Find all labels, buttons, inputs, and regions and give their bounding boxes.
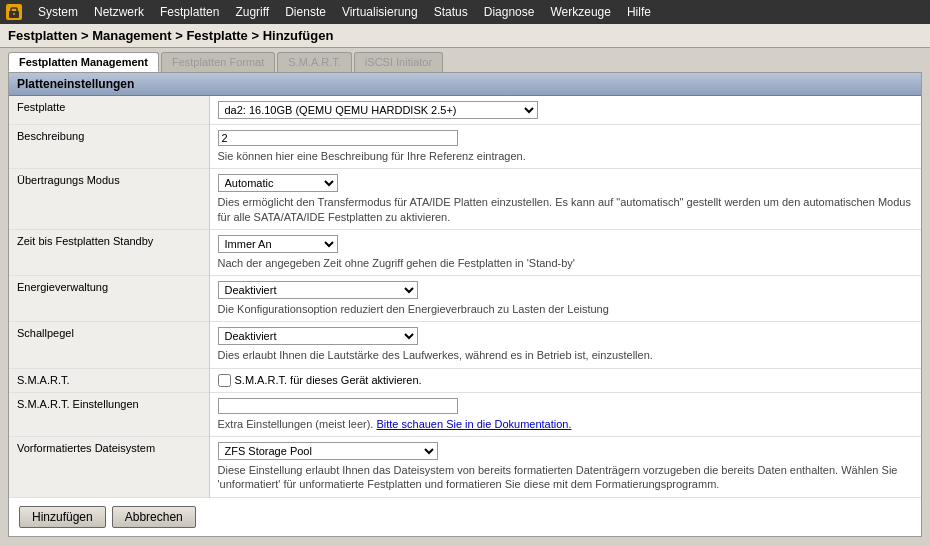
value-beschreibung: Sie können hier eine Beschreibung für Ih… — [209, 125, 921, 169]
settings-table: Festplatte da2: 16.10GB (QEMU QEMU HARDD… — [9, 96, 921, 498]
hint-smart-einstellungen: Extra Einstellungen (meist leer). Bitte … — [218, 417, 914, 431]
label-standby: Zeit bis Festplatten Standby — [9, 229, 209, 275]
hint-standby: Nach der angegeben Zeit ohne Zugriff geh… — [218, 256, 914, 270]
menu-status[interactable]: Status — [426, 3, 476, 21]
section-header: Platteneinstellungen — [9, 73, 921, 96]
label-smart: S.M.A.R.T. — [9, 368, 209, 392]
row-standby: Zeit bis Festplatten Standby Immer An Na… — [9, 229, 921, 275]
svg-point-3 — [13, 13, 15, 15]
menu-dienste[interactable]: Dienste — [277, 3, 334, 21]
label-energieverwaltung: Energieverwaltung — [9, 276, 209, 322]
checkbox-smart[interactable] — [218, 374, 231, 387]
menubar: System Netzwerk Festplatten Zugriff Dien… — [0, 0, 930, 24]
smart-checkbox-label: S.M.A.R.T. für dieses Gerät aktivieren. — [218, 374, 914, 387]
app-logo — [4, 3, 24, 21]
select-energieverwaltung[interactable]: Deaktiviert — [218, 281, 418, 299]
value-standby: Immer An Nach der angegeben Zeit ohne Zu… — [209, 229, 921, 275]
label-schallpegel: Schallpegel — [9, 322, 209, 368]
add-button[interactable]: Hinzufügen — [19, 506, 106, 528]
link-smart-dokumentation[interactable]: Bitte schauen Sie in die Dokumentation. — [376, 418, 571, 430]
hint-uebertragungsmodus: Dies ermöglicht den Transfermodus für AT… — [218, 195, 914, 224]
label-festplatte: Festplatte — [9, 96, 209, 125]
value-festplatte: da2: 16.10GB (QEMU QEMU HARDDISK 2.5+) — [209, 96, 921, 125]
row-schallpegel: Schallpegel Deaktiviert Dies erlaubt Ihn… — [9, 322, 921, 368]
menu-system[interactable]: System — [30, 3, 86, 21]
select-schallpegel[interactable]: Deaktiviert — [218, 327, 418, 345]
button-bar: Hinzufügen Abbrechen — [9, 498, 921, 536]
menu-werkzeuge[interactable]: Werkzeuge — [542, 3, 618, 21]
menu-netzwerk[interactable]: Netzwerk — [86, 3, 152, 21]
row-vorformatiertes-dateisystem: Vorformatiertes Dateisystem ZFS Storage … — [9, 437, 921, 498]
main-content: Platteneinstellungen Festplatte da2: 16.… — [8, 72, 922, 537]
hint-energieverwaltung: Die Konfigurationsoption reduziert den E… — [218, 302, 914, 316]
tab-smart[interactable]: S.M.A.R.T. — [277, 52, 352, 72]
menu-hilfe[interactable]: Hilfe — [619, 3, 659, 21]
value-energieverwaltung: Deaktiviert Die Konfigurationsoption red… — [209, 276, 921, 322]
label-beschreibung: Beschreibung — [9, 125, 209, 169]
label-vorformatiertes-dateisystem: Vorformatiertes Dateisystem — [9, 437, 209, 498]
tab-festplatten-management[interactable]: Festplatten Management — [8, 52, 159, 72]
label-smart-einstellungen: S.M.A.R.T. Einstellungen — [9, 392, 209, 436]
select-festplatte[interactable]: da2: 16.10GB (QEMU QEMU HARDDISK 2.5+) — [218, 101, 538, 119]
tabs-bar: Festplatten Management Festplatten Forma… — [0, 48, 930, 72]
input-smart-einstellungen[interactable] — [218, 398, 458, 414]
row-festplatte: Festplatte da2: 16.10GB (QEMU QEMU HARDD… — [9, 96, 921, 125]
menu-diagnose[interactable]: Diagnose — [476, 3, 543, 21]
tab-festplatten-format[interactable]: Festplatten Format — [161, 52, 275, 72]
cancel-button[interactable]: Abbrechen — [112, 506, 196, 528]
input-beschreibung[interactable] — [218, 130, 458, 146]
value-uebertragungsmodus: Automatic Dies ermöglicht den Transfermo… — [209, 169, 921, 230]
value-smart: S.M.A.R.T. für dieses Gerät aktivieren. — [209, 368, 921, 392]
menu-virtualisierung[interactable]: Virtualisierung — [334, 3, 426, 21]
select-uebertragungsmodus[interactable]: Automatic — [218, 174, 338, 192]
menu-zugriff[interactable]: Zugriff — [227, 3, 277, 21]
row-uebertragungsmodus: Übertragungs Modus Automatic Dies ermögl… — [9, 169, 921, 230]
select-vorformatiertes-dateisystem[interactable]: ZFS Storage Pool — [218, 442, 438, 460]
value-schallpegel: Deaktiviert Dies erlaubt Ihnen die Lauts… — [209, 322, 921, 368]
breadcrumb: Festplatten > Management > Festplatte > … — [0, 24, 930, 48]
hint-schallpegel: Dies erlaubt Ihnen die Lautstärke des La… — [218, 348, 914, 362]
label-uebertragungsmodus: Übertragungs Modus — [9, 169, 209, 230]
menu-festplatten[interactable]: Festplatten — [152, 3, 227, 21]
tab-iscsi[interactable]: iSCSI Initiator — [354, 52, 443, 72]
value-vorformatiertes-dateisystem: ZFS Storage Pool Diese Einstellung erlau… — [209, 437, 921, 498]
breadcrumb-text: Festplatten > Management > Festplatte > … — [8, 28, 333, 43]
hint-vorformatiertes-dateisystem: Diese Einstellung erlaubt Ihnen das Date… — [218, 463, 914, 492]
row-beschreibung: Beschreibung Sie können hier eine Beschr… — [9, 125, 921, 169]
row-smart-einstellungen: S.M.A.R.T. Einstellungen Extra Einstellu… — [9, 392, 921, 436]
row-smart: S.M.A.R.T. S.M.A.R.T. für dieses Gerät a… — [9, 368, 921, 392]
hint-smart-normal: Extra Einstellungen (meist leer). — [218, 418, 377, 430]
smart-checkbox-text: S.M.A.R.T. für dieses Gerät aktivieren. — [235, 374, 422, 386]
select-standby[interactable]: Immer An — [218, 235, 338, 253]
row-energieverwaltung: Energieverwaltung Deaktiviert Die Konfig… — [9, 276, 921, 322]
value-smart-einstellungen: Extra Einstellungen (meist leer). Bitte … — [209, 392, 921, 436]
hint-beschreibung: Sie können hier eine Beschreibung für Ih… — [218, 149, 914, 163]
